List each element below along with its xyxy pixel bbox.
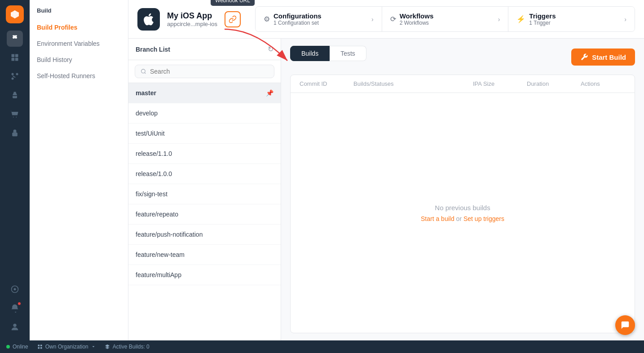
empty-state-or: or [456, 215, 462, 222]
empty-state-actions: Start a build or Set up triggers [421, 215, 504, 222]
branch-list: master 📌 develop test/UiUnit release/1.1… [128, 83, 281, 340]
status-dot [6, 345, 10, 349]
col-ipa-size: IPA Size [473, 80, 527, 87]
nav-integrations-icon[interactable] [7, 281, 23, 297]
active-builds-text: Active Builds: 0 [113, 344, 150, 350]
nav-store-icon[interactable] [7, 106, 23, 122]
workflows-card[interactable]: ⟳ Workflows 2 Workflows › [382, 7, 509, 31]
build-panel: Builds Tests Start Build Commit ID Buil [281, 39, 644, 340]
workflows-icon: ⟳ [390, 15, 396, 23]
branch-name: feature/repeato [136, 211, 178, 218]
sidebar-item-build-history[interactable]: Build History [30, 52, 128, 68]
sidebar-item-build-profiles[interactable]: Build Profiles [30, 19, 128, 35]
build-tabs: Builds Tests [290, 46, 366, 61]
branch-name: master [136, 89, 156, 97]
triggers-subtitle: 1 Trigger [529, 20, 556, 26]
chat-icon [620, 320, 630, 330]
branch-name: release/1.0.0 [136, 170, 172, 177]
svg-rect-13 [38, 345, 40, 347]
search-box [128, 60, 281, 83]
start-build-button[interactable]: Start Build [571, 49, 635, 66]
branch-item[interactable]: fix/sign-test [128, 184, 281, 204]
branch-item[interactable]: develop [128, 103, 281, 124]
tab-tests[interactable]: Tests [330, 46, 366, 61]
nav-lock-icon[interactable] [7, 125, 23, 141]
body-area: Branch List ↻ master 📌 [128, 39, 644, 340]
start-build-icon [580, 53, 588, 61]
branch-list-header: Branch List ↻ [128, 39, 281, 60]
branch-item[interactable]: feature/new-team [128, 245, 281, 265]
app-logo[interactable] [6, 5, 24, 23]
branch-list-title: Branch List [136, 46, 170, 53]
build-status-icon [105, 344, 110, 349]
active-builds: Active Builds: 0 [105, 344, 150, 350]
configurations-subtitle: 1 Configuration set [273, 20, 322, 26]
branch-name: feature/multiApp [136, 271, 181, 278]
nav-build-icon[interactable] [7, 31, 23, 47]
app-icon [137, 8, 160, 31]
sidebar-item-environment-variables[interactable]: Environment Variables [30, 35, 128, 52]
refresh-icon[interactable]: ↻ [268, 45, 273, 53]
triggers-card[interactable]: ⚡ Triggers 1 Trigger › [508, 7, 635, 31]
sidebar-section-title: Build [30, 7, 128, 19]
search-icon [141, 68, 146, 75]
organization-name: Own Organization [45, 344, 88, 350]
svg-point-12 [141, 69, 146, 73]
branch-name: feature/new-team [136, 251, 185, 258]
webhook-tooltip: Webhook URL [211, 0, 255, 6]
branch-name: fix/sign-test [136, 190, 168, 198]
col-duration: Duration [527, 80, 581, 87]
col-commit-id: Commit ID [300, 80, 353, 87]
webhook-button-area: Webhook URL [225, 11, 241, 27]
triggers-chevron: › [624, 16, 626, 23]
left-navigation [0, 0, 30, 340]
svg-rect-0 [12, 54, 15, 57]
svg-point-6 [12, 78, 14, 80]
search-wrap [135, 65, 274, 78]
sidebar-item-self-hosted-runners[interactable]: Self-Hosted Runners [30, 68, 128, 84]
nav-profile-icon[interactable] [7, 319, 23, 335]
branch-item[interactable]: release/1.1.0 [128, 144, 281, 164]
triggers-icon: ⚡ [516, 15, 525, 23]
set-up-triggers-link[interactable]: Set up triggers [463, 215, 504, 222]
svg-rect-2 [12, 58, 15, 61]
configurations-icon: ⚙ [264, 15, 270, 23]
app-name: My iOS App [167, 11, 217, 21]
col-builds-statuses: Builds/Statuses [353, 80, 473, 87]
svg-rect-16 [40, 347, 42, 349]
webhook-url-button[interactable] [225, 11, 241, 27]
pin-icon: 📌 [266, 89, 273, 97]
branch-item[interactable]: master 📌 [128, 83, 281, 103]
triggers-title: Triggers [529, 12, 556, 20]
configurations-card[interactable]: ⚙ Configurations 1 Configuration set › [256, 7, 382, 31]
svg-rect-1 [15, 54, 18, 57]
branch-item[interactable]: release/1.0.0 [128, 164, 281, 184]
branch-panel: Branch List ↻ master 📌 [128, 39, 281, 340]
branch-item[interactable]: feature/repeato [128, 204, 281, 225]
header-cards: ⚙ Configurations 1 Configuration set › ⟳… [255, 6, 635, 32]
nav-notification-icon[interactable] [7, 300, 23, 316]
app-header: My iOS App appcircle...mple-ios Webhook … [128, 0, 644, 39]
svg-point-4 [12, 73, 14, 75]
branch-item[interactable]: feature/multiApp [128, 265, 281, 285]
start-a-build-link[interactable]: Start a build [421, 215, 454, 222]
sidebar: Build Build Profiles Environment Variabl… [30, 0, 128, 340]
branch-item[interactable]: test/UiUnit [128, 124, 281, 144]
chat-button[interactable] [615, 315, 635, 335]
svg-rect-7 [12, 132, 18, 136]
branch-search-input[interactable] [150, 68, 269, 75]
branch-name: develop [136, 110, 158, 117]
nav-git-icon[interactable] [7, 68, 23, 84]
build-tabs-row: Builds Tests Start Build [290, 46, 635, 68]
branch-name: release/1.1.0 [136, 150, 172, 157]
svg-point-8 [14, 288, 16, 291]
branch-item[interactable]: feature/push-notification [128, 225, 281, 245]
svg-rect-15 [38, 347, 40, 349]
bottom-bar: Online Own Organization Active Builds: 0 [0, 340, 644, 353]
configurations-chevron: › [371, 16, 374, 23]
status-text: Online [13, 344, 28, 350]
nav-dashboard-icon[interactable] [7, 49, 23, 66]
nav-test-icon[interactable] [7, 87, 23, 103]
tab-builds[interactable]: Builds [290, 46, 330, 61]
app-url: appcircle...mple-ios [167, 21, 217, 27]
